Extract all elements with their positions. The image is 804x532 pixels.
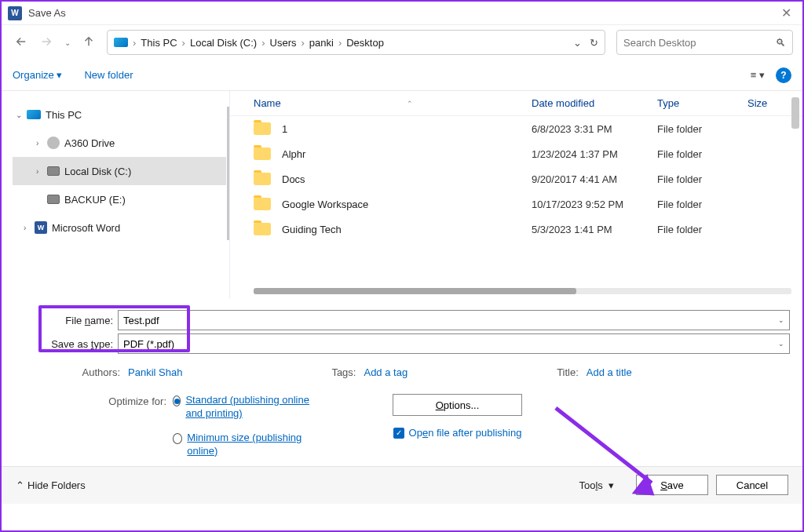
address-bar[interactable]: › This PC› Local Disk (C:)› Users› panki… <box>107 30 605 55</box>
dialog-title: Save As <box>28 7 66 19</box>
authors-value[interactable]: Pankil Shah <box>128 366 182 378</box>
horizontal-scrollbar[interactable] <box>254 288 791 294</box>
tags-label: Tags: <box>331 366 356 378</box>
tags-value[interactable]: Add a tag <box>364 366 407 378</box>
help-icon[interactable]: ? <box>776 67 791 83</box>
back-icon[interactable] <box>14 35 28 51</box>
chevron-down-icon[interactable]: ⌄ <box>573 37 582 49</box>
optimize-minimum-radio[interactable]: Minimum size (publishing online) <box>173 432 314 458</box>
search-input[interactable] <box>623 37 776 49</box>
refresh-icon[interactable]: ↻ <box>590 37 598 49</box>
filetype-label: Save as type: <box>41 338 118 350</box>
toolbar: Organize ▾ New folder ≡ ▾ ? <box>2 60 802 91</box>
tree-item[interactable]: ›A360 Drive <box>13 129 226 157</box>
word-app-icon: W <box>8 6 22 20</box>
checked-icon: ✓ <box>393 428 404 439</box>
folder-icon <box>254 122 271 135</box>
drive-icon <box>47 166 60 176</box>
radio-unchecked-icon <box>173 433 182 444</box>
tree-item[interactable]: ›Local Disk (C:) <box>13 157 226 185</box>
breadcrumb-item[interactable]: Local Disk (C:) <box>190 37 257 49</box>
main-area: ⌄This PC ›A360 Drive ›Local Disk (C:) BA… <box>2 91 802 299</box>
titlebar: W Save As ✕ <box>2 2 802 25</box>
folder-icon <box>254 198 271 210</box>
save-button[interactable]: Save <box>636 475 708 495</box>
pc-icon <box>114 38 128 47</box>
filetype-select[interactable]: PDF (*.pdf)⌄ <box>118 333 790 354</box>
filename-input[interactable]: Test.pdf⌄ <box>118 310 790 330</box>
file-scrollbar[interactable] <box>791 97 799 129</box>
cancel-button[interactable]: Cancel <box>716 475 788 495</box>
breadcrumb-item[interactable]: Desktop <box>346 37 384 49</box>
file-row[interactable]: 16/8/2023 3:31 PMFile folder <box>230 116 802 141</box>
file-row[interactable]: Alphr1/23/2024 1:37 PMFile folder <box>230 141 802 166</box>
folder-icon <box>254 173 271 185</box>
authors-label: Authors: <box>41 366 120 378</box>
file-row[interactable]: Guiding Tech5/3/2023 1:41 PMFile folder <box>230 217 802 242</box>
breadcrumb-item[interactable]: This PC <box>141 37 177 49</box>
breadcrumb-item[interactable]: Users <box>270 37 297 49</box>
word-icon: W <box>35 221 47 234</box>
form-area: File name: Test.pdf⌄ Save as type: PDF (… <box>2 299 802 466</box>
options-button[interactable]: Options... <box>393 394 522 416</box>
button-bar: ⌃Hide Folders Tools ▾ Save Cancel <box>2 466 802 504</box>
tree-item[interactable]: ›WMicrosoft Word <box>13 213 226 242</box>
column-headers[interactable]: Name⌃ Date modified Type Size <box>230 91 802 116</box>
file-row[interactable]: Docs9/20/2017 4:41 AMFile folder <box>230 166 802 191</box>
folder-tree: ⌄This PC ›A360 Drive ›Local Disk (C:) BA… <box>2 91 229 299</box>
hide-folders-button[interactable]: ⌃Hide Folders <box>16 479 86 491</box>
breadcrumb-item[interactable]: panki <box>309 37 334 49</box>
up-icon[interactable] <box>82 35 96 51</box>
drive-icon <box>47 195 60 204</box>
folder-icon <box>254 148 271 160</box>
close-icon[interactable]: ✕ <box>777 5 796 20</box>
chevron-up-icon: ⌃ <box>16 479 24 491</box>
optimize-standard-radio[interactable]: Standard (publishing online and printing… <box>173 394 314 421</box>
radio-checked-icon <box>173 395 181 406</box>
a360-icon <box>47 137 60 149</box>
open-after-checkbox[interactable]: ✓Open file after publishing <box>393 427 522 439</box>
tree-item[interactable]: BACKUP (E:) <box>13 185 226 213</box>
folder-icon <box>254 223 271 235</box>
tree-root[interactable]: ⌄This PC <box>13 100 226 129</box>
search-icon[interactable]: 🔍︎ <box>776 37 786 49</box>
forward-icon[interactable] <box>39 35 53 51</box>
recent-dropdown-icon[interactable]: ⌄ <box>64 38 71 47</box>
optimize-label: Optimize for: <box>41 394 173 458</box>
new-folder-button[interactable]: New folder <box>84 69 133 81</box>
filename-label: File name: <box>41 315 118 326</box>
file-row[interactable]: Google Workspace10/17/2023 9:52 PMFile f… <box>230 191 802 217</box>
organize-button[interactable]: Organize ▾ <box>13 69 62 81</box>
file-list: Name⌃ Date modified Type Size 16/8/2023 … <box>229 91 802 299</box>
search-box[interactable]: 🔍︎ <box>616 30 793 55</box>
title-label: Title: <box>557 366 579 378</box>
sort-caret-icon: ⌃ <box>407 100 413 107</box>
nav-row: ⌄ › This PC› Local Disk (C:)› Users› pan… <box>2 25 802 60</box>
view-list-icon[interactable]: ≡ ▾ <box>751 69 765 81</box>
tools-dropdown[interactable]: Tools ▾ <box>579 479 614 491</box>
title-value[interactable]: Add a title <box>587 366 632 378</box>
